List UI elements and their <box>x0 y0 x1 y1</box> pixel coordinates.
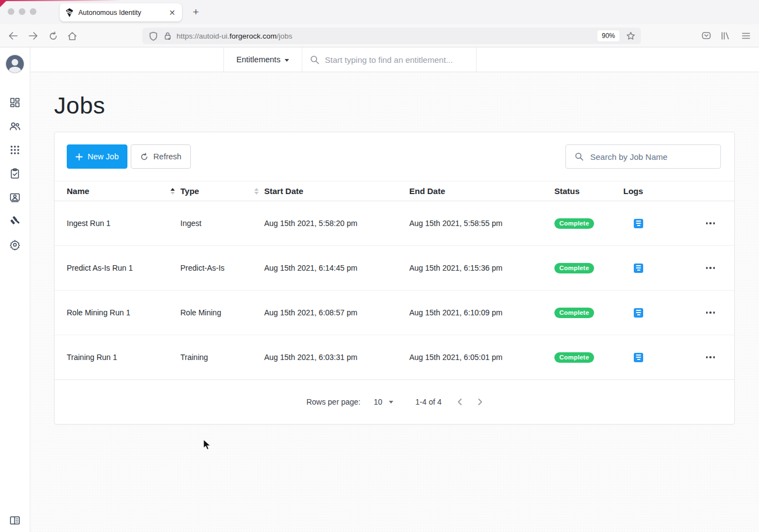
row-actions-menu-icon[interactable] <box>704 219 718 228</box>
jobs-table: Name Type Start Date End Date Status Log… <box>55 181 734 380</box>
view-logs-icon[interactable] <box>634 219 643 228</box>
tab-close-icon[interactable]: ✕ <box>168 8 177 17</box>
entitlement-search <box>302 47 477 72</box>
column-header-start-date[interactable]: Start Date <box>264 186 409 196</box>
tab-title: Autonomous Identity <box>78 9 168 17</box>
sidebar-item-dashboard[interactable] <box>8 96 22 109</box>
rules-gavel-icon <box>9 216 20 227</box>
users-icon <box>9 121 21 131</box>
job-type: Predict-As-Is <box>180 264 264 272</box>
sidebar-item-applications[interactable] <box>8 144 22 156</box>
sidebar-item-rules[interactable] <box>8 215 22 227</box>
home-icon[interactable] <box>66 29 79 42</box>
job-end-date: Aug 15th 2021, 6:10:09 pm <box>409 308 554 317</box>
entitlement-search-input[interactable] <box>325 55 463 65</box>
job-start-date: Aug 15th 2021, 6:14:45 pm <box>264 264 409 272</box>
job-type: Role Mining <box>180 308 264 317</box>
sidebar-item-settings[interactable] <box>8 239 22 251</box>
browser-tab[interactable]: Autonomous Identity ✕ <box>60 3 182 22</box>
chevron-left-icon <box>457 398 462 406</box>
refresh-icon <box>140 153 148 161</box>
context-dropdown[interactable]: Entitlements <box>223 47 302 72</box>
column-header-status[interactable]: Status <box>554 186 623 196</box>
job-name: Predict As-Is Run 1 <box>67 264 180 272</box>
job-name: Role Mining Run 1 <box>67 308 180 317</box>
job-start-date: Aug 15th 2021, 6:08:57 pm <box>264 308 409 317</box>
job-search-input[interactable] <box>590 152 706 162</box>
library-icon[interactable] <box>719 29 732 42</box>
pocket-icon[interactable] <box>699 29 713 42</box>
window-close-button[interactable] <box>8 8 14 15</box>
browser-titlebar: Autonomous Identity ✕ + <box>0 0 759 24</box>
forward-icon[interactable] <box>26 29 40 42</box>
address-bar[interactable]: https://autoid-ui.forgerock.com/jobs 90% <box>142 28 641 44</box>
refresh-button[interactable]: Refresh <box>131 144 191 169</box>
row-actions-menu-icon[interactable] <box>704 353 718 362</box>
row-actions-menu-icon[interactable] <box>704 264 718 272</box>
column-header-end-date[interactable]: End Date <box>409 186 554 196</box>
chevron-down-icon <box>285 59 289 62</box>
main-area: Entitlements Jobs New <box>30 47 759 532</box>
view-logs-icon[interactable] <box>634 308 643 318</box>
row-actions-menu-icon[interactable] <box>704 308 718 317</box>
user-avatar[interactable] <box>6 55 24 73</box>
job-type: Training <box>180 353 264 362</box>
status-badge: Complete <box>554 263 594 273</box>
back-icon[interactable] <box>7 29 20 42</box>
sidebar-item-users[interactable] <box>8 120 22 132</box>
job-end-date: Aug 15th 2021, 6:05:01 pm <box>409 353 554 362</box>
reload-icon[interactable] <box>46 29 60 42</box>
next-page-button[interactable] <box>478 398 483 406</box>
status-badge: Complete <box>554 218 594 229</box>
forgerock-favicon-icon <box>65 8 74 17</box>
connection-lock-icon[interactable] <box>163 31 172 41</box>
sidebar-item-tasks[interactable] <box>8 168 22 180</box>
job-name: Ingest Run 1 <box>67 219 180 228</box>
column-header-type[interactable]: Type <box>180 186 264 196</box>
jobs-card: New Job Refresh <box>54 132 735 424</box>
sort-icon[interactable] <box>254 188 259 195</box>
table-row[interactable]: Training Run 1 Training Aug 15th 2021, 6… <box>55 335 734 380</box>
page-title: Jobs <box>54 92 759 119</box>
render-artifact <box>0 0 121 1</box>
zoom-level-badge[interactable]: 90% <box>597 30 619 41</box>
bookmark-star-icon[interactable] <box>626 31 635 41</box>
rows-per-page-select[interactable]: 10 <box>374 397 394 406</box>
applications-grid-icon <box>10 145 20 155</box>
search-icon <box>575 152 584 161</box>
menu-hamburger-icon[interactable] <box>739 29 752 42</box>
table-pagination: Rows per page: 10 1-4 of 4 <box>55 380 734 424</box>
table-row[interactable]: Ingest Run 1 Ingest Aug 15th 2021, 5:58:… <box>55 201 734 246</box>
new-job-button[interactable]: New Job <box>67 144 127 169</box>
view-logs-icon[interactable] <box>634 264 643 273</box>
sidebar-collapse-button[interactable] <box>9 515 20 525</box>
table-header-row: Name Type Start Date End Date Status Log… <box>55 181 734 201</box>
window-controls[interactable] <box>8 8 36 15</box>
page-content: Jobs New Job Refresh <box>30 72 759 532</box>
column-header-logs[interactable]: Logs <box>623 186 687 196</box>
sidebar-item-identities[interactable] <box>8 191 22 203</box>
window-zoom-button[interactable] <box>30 8 36 15</box>
chevron-right-icon <box>478 398 483 406</box>
tasks-clipboard-icon <box>10 168 20 179</box>
rows-per-page-label: Rows per page: <box>306 397 360 406</box>
job-start-date: Aug 15th 2021, 5:58:20 pm <box>264 219 409 228</box>
table-row[interactable]: Role Mining Run 1 Role Mining Aug 15th 2… <box>55 291 734 335</box>
table-row[interactable]: Predict As-Is Run 1 Predict-As-Is Aug 15… <box>55 246 734 291</box>
identity-card-icon <box>9 192 20 202</box>
previous-page-button[interactable] <box>457 398 462 406</box>
settings-gear-icon <box>9 239 20 250</box>
view-logs-icon[interactable] <box>634 353 643 362</box>
dashboard-icon <box>9 97 20 108</box>
app-topbar: Entitlements <box>30 47 759 72</box>
pagination-range: 1-4 of 4 <box>415 397 441 406</box>
url-text[interactable]: https://autoid-ui.forgerock.com/jobs <box>177 32 292 40</box>
browser-window: Autonomous Identity ✕ + https://autoid-u… <box>0 0 759 532</box>
new-tab-button[interactable]: + <box>189 5 203 19</box>
job-start-date: Aug 15th 2021, 6:03:31 pm <box>264 353 409 362</box>
job-search <box>565 144 721 169</box>
tracking-shield-icon[interactable] <box>149 31 158 41</box>
sort-icon[interactable] <box>170 188 175 195</box>
column-header-name[interactable]: Name <box>67 186 180 196</box>
window-minimize-button[interactable] <box>19 8 25 15</box>
